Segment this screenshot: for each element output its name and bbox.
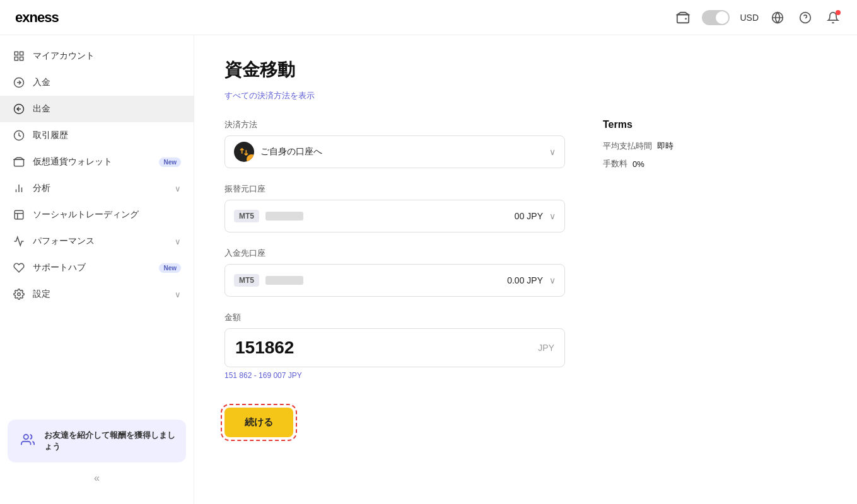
terms-avg-time-label: 平均支払時間 [603, 140, 652, 152]
sidebar-item-social-trading[interactable]: ソーシャルトレーディング [0, 202, 194, 228]
sidebar-item-label: パフォーマンス [33, 236, 167, 247]
split-left: MT5 [234, 274, 303, 287]
sidebar-item-label: 設定 [33, 289, 167, 300]
continue-button[interactable]: 続ける [224, 408, 293, 437]
collapse-button[interactable]: « [8, 467, 186, 489]
wallet-menu-icon [13, 156, 25, 168]
sidebar-item-label: 取引履歴 [33, 130, 181, 141]
amount-label: 金額 [224, 312, 565, 323]
amount-group: 金額 151862 JPY 151 862 - 169 007 JPY [224, 312, 565, 380]
terms-panel: Terms 平均支払時間 即時 手数料 0% [603, 119, 729, 437]
grid-icon [13, 50, 25, 62]
sidebar-item-label: ソーシャルトレーディング [33, 209, 181, 220]
svg-rect-6 [15, 57, 18, 60]
show-all-link[interactable]: すべての決済方法を表示 [224, 90, 315, 101]
svg-rect-11 [15, 159, 24, 166]
logo: exness [15, 9, 59, 26]
sidebar-item-analysis[interactable]: 分析 ∨ [0, 175, 194, 202]
terms-fee-label: 手数料 [603, 158, 627, 169]
help-icon[interactable] [796, 9, 814, 26]
form-section: 決済方法 ご自身の口座へ ∨ [224, 119, 827, 437]
currency-label: USD [740, 13, 759, 23]
payment-method-chevron: ∨ [549, 147, 556, 157]
wallet-icon[interactable] [674, 9, 692, 26]
sidebar-item-support[interactable]: サポートハブ New [0, 255, 194, 281]
layout: マイアカウント 入金 出金 取引履歴 [0, 35, 857, 504]
source-account-group: 振替元口座 MT5 00 JPY ∨ [224, 183, 565, 232]
dest-account-select[interactable]: MT5 0.00 JPY ∨ [224, 264, 565, 297]
source-account-label: 振替元口座 [224, 183, 565, 195]
deposit-icon [13, 76, 25, 89]
sidebar-item-settings[interactable]: 設定 ∨ [0, 281, 194, 307]
dest-account-chevron: ∨ [549, 275, 556, 285]
referral-banner[interactable]: お友達を紹介して報酬を獲得しましょう [8, 420, 186, 462]
sidebar-item-label: 出金 [33, 103, 181, 115]
terms-avg-time-row: 平均支払時間 即時 [603, 140, 729, 152]
sidebar-item-deposit[interactable]: 入金 [0, 69, 194, 96]
svg-point-1 [685, 18, 687, 20]
sidebar-item-withdraw[interactable]: 出金 [0, 96, 194, 122]
amount-value: 151862 [235, 338, 294, 358]
dest-account-label: 入金先口座 [224, 248, 565, 259]
source-account-number-blur [265, 212, 303, 220]
source-account-badge: MT5 [234, 210, 259, 222]
payment-method-select[interactable]: ご自身の口座へ ∨ [224, 135, 565, 168]
svg-point-16 [18, 293, 21, 296]
split-right: 0.00 JPY ∨ [507, 275, 556, 285]
withdraw-icon [13, 103, 25, 115]
main-content: 資金移動 すべての決済方法を表示 決済方法 ご自身の口座へ [194, 35, 857, 504]
form-left: 決済方法 ご自身の口座へ ∨ [224, 119, 565, 437]
amount-field[interactable]: 151862 JPY [224, 328, 565, 367]
sidebar-item-label: マイアカウント [33, 50, 181, 62]
amount-currency: JPY [538, 343, 554, 353]
dest-account-number-blur [265, 276, 303, 285]
sidebar-item-label: サポートハブ [33, 262, 151, 273]
source-account-balance: 00 JPY [515, 211, 543, 221]
terms-avg-time-value: 即時 [657, 140, 673, 152]
history-icon [13, 129, 25, 142]
page-title: 資金移動 [224, 58, 827, 82]
sidebar-item-performance[interactable]: パフォーマンス ∨ [0, 228, 194, 255]
split-right: 00 JPY ∨ [515, 211, 556, 221]
sidebar-bottom: お友達を紹介して報酬を獲得しましょう « [0, 412, 194, 496]
sidebar: マイアカウント 入金 出金 取引履歴 [0, 35, 194, 504]
chevron-icon: ∨ [175, 184, 181, 193]
dest-account-group: 入金先口座 MT5 0.00 JPY ∨ [224, 248, 565, 297]
dest-account-balance: 0.00 JPY [507, 275, 543, 285]
svg-rect-5 [20, 52, 23, 55]
svg-rect-15 [15, 210, 23, 219]
sidebar-item-history[interactable]: 取引履歴 [0, 122, 194, 149]
header: exness USD [0, 0, 857, 35]
globe-icon[interactable] [769, 9, 786, 26]
amount-range: 151 862 - 169 007 JPY [224, 371, 565, 380]
referral-icon [18, 430, 38, 450]
header-right: USD [674, 9, 842, 26]
new-badge: New [159, 263, 181, 273]
chevron-icon: ∨ [175, 290, 181, 299]
payment-method-select-left: ご自身の口座へ [234, 142, 322, 162]
payment-method-group: 決済方法 ご自身の口座へ ∨ [224, 119, 565, 168]
sidebar-item-label: 入金 [33, 77, 181, 88]
split-left: MT5 [234, 210, 303, 222]
sidebar-item-my-account[interactable]: マイアカウント [0, 43, 194, 69]
svg-rect-0 [677, 14, 689, 23]
terms-fee-row: 手数料 0% [603, 158, 729, 169]
source-account-select[interactable]: MT5 00 JPY ∨ [224, 200, 565, 232]
terms-title: Terms [603, 119, 729, 130]
theme-toggle[interactable] [702, 10, 730, 25]
settings-icon [13, 288, 25, 301]
svg-point-17 [24, 434, 28, 438]
support-icon [13, 261, 25, 274]
bell-icon[interactable] [824, 9, 842, 26]
source-account-chevron: ∨ [549, 211, 556, 221]
performance-icon [13, 235, 25, 248]
referral-text: お友達を紹介して報酬を獲得しましょう [44, 430, 176, 452]
chevron-icon: ∨ [175, 237, 181, 246]
sidebar-item-crypto-wallet[interactable]: 仮想通貨ウォレット New [0, 149, 194, 175]
analysis-icon [13, 182, 25, 195]
payment-method-value: ご自身の口座へ [260, 146, 322, 158]
sidebar-item-label: 分析 [33, 183, 167, 194]
payment-method-icon [234, 142, 254, 162]
new-badge: New [159, 158, 181, 167]
dest-account-badge: MT5 [234, 274, 259, 287]
